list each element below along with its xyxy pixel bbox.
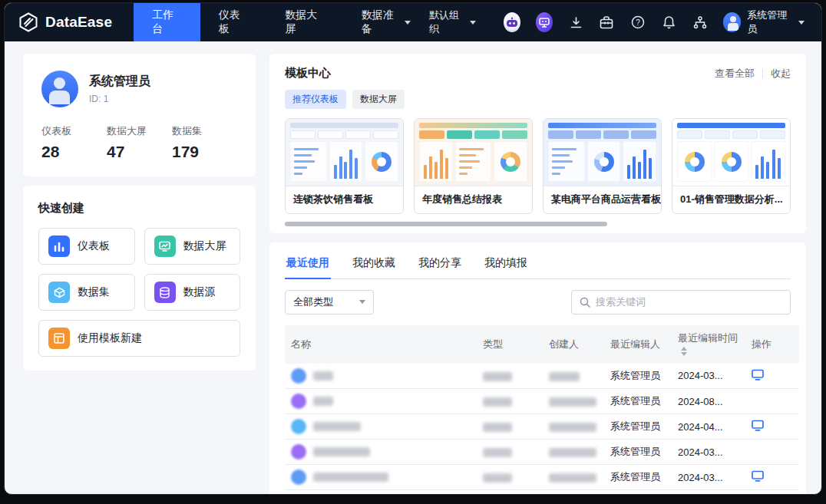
editor-cell: 系统管理员 — [604, 465, 672, 490]
time-cell: 2024-04... — [672, 414, 745, 440]
user-menu[interactable]: 系统管理员 — [723, 8, 805, 36]
quick-create-label: 数据大屏 — [183, 239, 226, 253]
template-card-title: 01-销售管理数据分析... — [672, 186, 790, 213]
magnifier-icon — [580, 297, 590, 308]
template-center-panel: 模板中心 查看全部 收起 推荐仪表板 数据大屏 — [269, 54, 806, 233]
tab-my-shares[interactable]: 我的分享 — [417, 255, 463, 278]
quick-create-title: 快速创建 — [38, 201, 240, 216]
template-card[interactable]: 连锁茶饮销售看板 — [285, 118, 404, 214]
tab-datascreen-templates[interactable]: 数据大屏 — [352, 90, 405, 109]
table-row[interactable]: 系统管理员 2024-03... — [285, 440, 799, 465]
dashboard-circle-icon — [291, 469, 306, 485]
header-edit-time[interactable]: 最近编辑时间 — [672, 325, 745, 364]
top-navbar: DataEase 工作台 仪表板 数据大屏 数据准备 默认组织 — [5, 3, 821, 41]
template-cards-row: 连锁茶饮销售看板 年度销售总结报表 — [285, 118, 791, 214]
menu-item-dashboard[interactable]: 仪表板 — [200, 3, 267, 41]
header-actions: 操作 — [745, 325, 799, 364]
template-thumbnail — [286, 119, 403, 186]
sort-icon[interactable] — [681, 347, 687, 356]
header-creator: 创建人 — [543, 325, 604, 364]
quick-create-label: 仪表板 — [78, 239, 110, 253]
type-filter-select[interactable]: 全部类型 — [285, 290, 374, 315]
editor-cell: 系统管理员 — [604, 440, 672, 465]
table-row[interactable]: 系统管理员 2024-08... — [285, 389, 799, 414]
menu-item-datascreen[interactable]: 数据大屏 — [266, 3, 342, 41]
download-icon[interactable] — [568, 14, 583, 31]
search-input[interactable] — [596, 296, 782, 308]
cube-icon — [48, 282, 70, 303]
create-datascreen-button[interactable]: 数据大屏 — [144, 228, 241, 265]
template-card[interactable]: 年度销售总结报表 — [414, 118, 533, 214]
template-card-title: 连锁茶饮销售看板 — [286, 186, 403, 213]
tab-my-favorites[interactable]: 我的收藏 — [351, 255, 397, 278]
screen-circle-icon — [291, 444, 306, 460]
quick-create-card: 快速创建 仪表板 — [23, 186, 256, 371]
preview-monitor-icon[interactable] — [752, 470, 764, 482]
toolbox-icon[interactable] — [599, 14, 614, 31]
donut-chart — [722, 152, 742, 172]
template-card-title: 某电商平台商品运营看板 — [544, 186, 661, 213]
editor-cell: 系统管理员 — [604, 414, 672, 440]
table-row[interactable]: 系统管理员 2024-04... — [285, 414, 799, 440]
create-dataset-button[interactable]: 数据集 — [38, 274, 135, 311]
donut-chart — [685, 152, 705, 172]
time-cell: 2024-08... — [672, 389, 745, 414]
tab-recommended-dashboards[interactable]: 推荐仪表板 — [285, 90, 346, 109]
ai-robot-icon[interactable] — [504, 14, 520, 31]
stat-value: 179 — [172, 143, 237, 161]
table-row[interactable]: 系统管理员 2024-03... — [285, 364, 799, 389]
stat-value: 47 — [107, 143, 172, 161]
create-dashboard-button[interactable]: 仪表板 — [38, 228, 135, 265]
table-row[interactable]: 系统管理员 2024-03... — [285, 465, 799, 490]
profile-avatar — [41, 71, 78, 107]
create-from-template-button[interactable]: 使用模板新建 — [38, 320, 240, 357]
view-all-link[interactable]: 查看全部 — [715, 67, 755, 81]
stat-dataset: 数据集 179 — [172, 124, 237, 161]
redacted-name — [313, 397, 333, 406]
table-header-row: 名称 类型 创建人 最近编辑人 最近编辑时间 操作 — [285, 325, 799, 364]
dashboard-circle-icon — [291, 419, 306, 434]
tab-my-reports[interactable]: 我的填报 — [483, 255, 529, 278]
redacted-name — [313, 473, 388, 482]
redacted-type — [483, 473, 512, 483]
menu-item-workbench[interactable]: 工作台 — [134, 3, 200, 41]
quick-create-label: 数据集 — [78, 285, 110, 299]
redacted-name — [313, 422, 361, 431]
time-cell: 2024-03... — [672, 465, 745, 490]
dataease-logo[interactable]: DataEase — [5, 12, 134, 32]
svg-text:?: ? — [636, 18, 640, 27]
redacted-creator — [549, 397, 596, 407]
help-icon[interactable]: ? — [630, 14, 646, 31]
editor-cell: 系统管理员 — [604, 389, 672, 414]
org-selector[interactable]: 默认组织 — [429, 8, 476, 36]
collapse-link[interactable]: 收起 — [771, 67, 791, 81]
create-datasource-button[interactable]: 数据源 — [144, 274, 241, 311]
cards-scrollbar-thumb[interactable] — [285, 222, 607, 226]
header-name: 名称 — [285, 325, 477, 364]
template-icon — [48, 328, 70, 349]
profile-card: 系统管理员 ID: 1 仪表板 28 数据大屏 47 数据集 1 — [23, 54, 256, 176]
recent-tabs: 最近使用 我的收藏 我的分享 我的填报 — [285, 255, 791, 279]
template-card[interactable]: 01-销售管理数据分析... — [672, 118, 791, 214]
logo-text: DataEase — [45, 14, 112, 31]
header-edit-time-label: 最近编辑时间 — [678, 332, 738, 344]
chevron-down-icon — [359, 300, 365, 304]
tab-recently-used[interactable]: 最近使用 — [285, 255, 331, 278]
org-selector-label: 默认组织 — [429, 8, 465, 36]
preview-monitor-icon[interactable] — [752, 420, 764, 431]
org-structure-icon[interactable] — [692, 14, 707, 31]
navbar-right: 默认组织 — [429, 8, 821, 36]
dashboard-circle-icon — [291, 368, 306, 384]
divider — [762, 69, 763, 78]
copilot-icon[interactable] — [536, 14, 553, 31]
template-card[interactable]: 某电商平台商品运营看板 — [543, 118, 662, 214]
search-box — [571, 290, 791, 315]
notification-bell-icon[interactable] — [661, 14, 676, 31]
stat-dashboard: 仪表板 28 — [41, 124, 107, 161]
template-center-title: 模板中心 — [285, 66, 331, 81]
preview-monitor-icon[interactable] — [752, 369, 764, 380]
menu-label: 工作台 — [152, 8, 182, 36]
type-filter-value: 全部类型 — [293, 295, 333, 309]
quick-create-label: 使用模板新建 — [78, 331, 142, 345]
menu-item-dataprep[interactable]: 数据准备 — [343, 3, 429, 41]
